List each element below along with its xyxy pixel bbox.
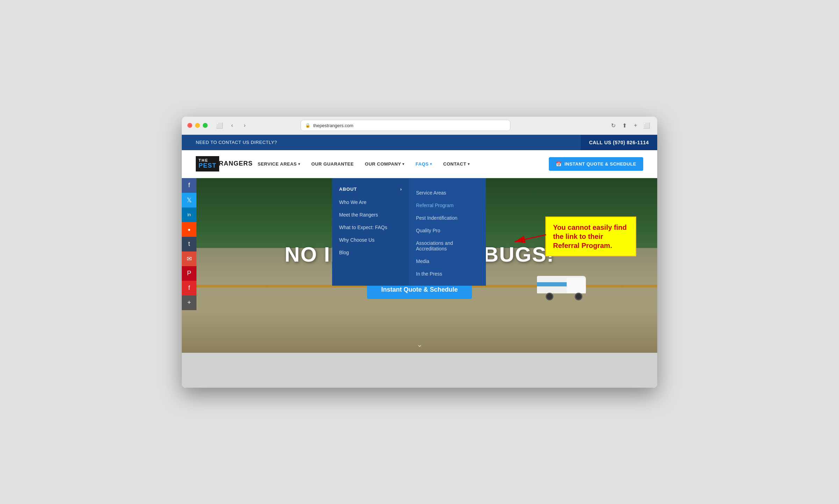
- new-tab-button[interactable]: +: [631, 120, 640, 130]
- dropdown-pest-identification[interactable]: Pest Indentification: [409, 212, 486, 224]
- back-button[interactable]: ‹: [227, 120, 237, 130]
- dropdown-who-we-are[interactable]: Who We Are: [332, 196, 409, 209]
- chevron-down-icon: ▾: [430, 162, 432, 166]
- linkedin-icon[interactable]: in: [182, 207, 196, 222]
- dropdown-header-label: ABOUT: [339, 187, 357, 192]
- dropdown-menu: ABOUT › Who We Are Meet the Rangers What…: [332, 178, 486, 286]
- share-icon[interactable]: +: [182, 295, 196, 310]
- dropdown-why-choose-us[interactable]: Why Choose Us: [332, 234, 409, 246]
- chevron-down-icon: ▾: [402, 162, 404, 166]
- share-browser-button[interactable]: ⬆: [619, 120, 629, 130]
- chevron-down-icon: ▾: [468, 162, 470, 166]
- contact-prompt: NEED TO CONTACT US DIRECTLY?: [196, 140, 277, 145]
- dropdown-in-the-press[interactable]: In the Press: [409, 268, 486, 280]
- phone-number[interactable]: CALL US (570) 826-1114: [581, 135, 657, 150]
- annotation-text: You cannot easily find the link to their…: [553, 223, 629, 250]
- website-content: NEED TO CONTACT US DIRECTLY? CALL US (57…: [182, 135, 657, 388]
- dropdown-what-to-expect[interactable]: What to Expect: FAQs: [332, 221, 409, 234]
- logo-pest: PEST: [199, 162, 216, 169]
- main-nav: THE PEST RANGERS SERVICE AREAS ▾ OUR GUA…: [182, 150, 657, 178]
- dropdown-referral-program[interactable]: Referral Program: [409, 199, 486, 212]
- logo-rangers: RANGERS: [219, 160, 253, 167]
- reload-button[interactable]: ↻: [608, 120, 618, 130]
- nav-contact[interactable]: CONTACT ▾: [438, 150, 475, 178]
- nav-service-areas[interactable]: SERVICE AREAS ▾: [253, 150, 305, 178]
- nav-faqs[interactable]: FAQS ▾: [411, 150, 437, 178]
- tab-overview-button[interactable]: ⬜: [642, 120, 652, 130]
- hero-truck: [537, 276, 586, 300]
- pinterest-icon[interactable]: P: [182, 266, 196, 281]
- nav-our-guarantee[interactable]: OUR GUARANTEE: [307, 150, 359, 178]
- chevron-right-icon: ›: [400, 187, 402, 192]
- truck-cab: [567, 278, 586, 293]
- bottom-section: [182, 353, 657, 388]
- security-icon: 🔒: [305, 123, 310, 128]
- calendar-icon: 📅: [556, 161, 562, 167]
- browser-controls: ⬜ ‹ ›: [215, 120, 250, 130]
- maximize-button[interactable]: [203, 123, 208, 128]
- minimize-button[interactable]: [195, 123, 200, 128]
- dropdown-blog[interactable]: Blog: [332, 246, 409, 259]
- logo-rangers-wrapper: RANGERS: [219, 160, 253, 167]
- browser-titlebar: ⬜ ‹ › 🔒 thepestrangers.com ↻ ⬆ + ⬜: [182, 117, 657, 135]
- dropdown-quality-pro[interactable]: Quality Pro: [409, 224, 486, 237]
- forward-button[interactable]: ›: [240, 120, 250, 130]
- dropdown-contact-panel: Service Areas Referral Program Pest Inde…: [409, 178, 486, 286]
- truck-wheel-rear: [546, 293, 553, 300]
- close-button[interactable]: [187, 123, 192, 128]
- instant-quote-button[interactable]: 📅 INSTANT QUOTE & SCHEDULE: [549, 157, 643, 171]
- cta-label: INSTANT QUOTE & SCHEDULE: [565, 161, 636, 167]
- url-text: thepestrangers.com: [313, 123, 353, 128]
- dropdown-associations[interactable]: Associations and Accreditations: [409, 237, 486, 255]
- truck-stripe: [537, 282, 567, 286]
- facebook-icon[interactable]: f: [182, 178, 196, 193]
- browser-window: ⬜ ‹ › 🔒 thepestrangers.com ↻ ⬆ + ⬜ NEED …: [182, 117, 657, 388]
- top-bar: NEED TO CONTACT US DIRECTLY? CALL US (57…: [182, 135, 657, 150]
- twitter-icon[interactable]: 𝕏: [182, 193, 196, 207]
- browser-actions: ↻ ⬆ + ⬜: [608, 120, 652, 130]
- site-logo[interactable]: THE PEST RANGERS: [196, 156, 253, 171]
- dropdown-meet-rangers[interactable]: Meet the Rangers: [332, 209, 409, 221]
- annotation-box: You cannot easily find the link to their…: [545, 217, 636, 256]
- sidebar-toggle-button[interactable]: ⬜: [215, 120, 224, 130]
- chevron-down-icon: ▾: [298, 162, 300, 166]
- nav-our-company[interactable]: OUR COMPANY ▾: [360, 150, 409, 178]
- email-icon[interactable]: ✉: [182, 251, 196, 266]
- dropdown-about-panel: ABOUT › Who We Are Meet the Rangers What…: [332, 178, 409, 286]
- dropdown-service-areas[interactable]: Service Areas: [409, 187, 486, 199]
- dropdown-about-header: ABOUT ›: [332, 184, 409, 196]
- tumblr-icon[interactable]: t: [182, 237, 196, 251]
- truck-wheel-front: [575, 293, 582, 300]
- flipboard-icon[interactable]: f: [182, 281, 196, 295]
- svg-line-1: [515, 235, 546, 242]
- address-bar[interactable]: 🔒 thepestrangers.com: [301, 120, 510, 131]
- traffic-lights: [187, 123, 208, 128]
- logo-box: THE PEST: [196, 156, 219, 171]
- scroll-indicator: ⌄: [417, 340, 423, 349]
- dropdown-media[interactable]: Media: [409, 255, 486, 268]
- social-sidebar: f 𝕏 in ● t ✉ P f +: [182, 178, 196, 310]
- reddit-icon[interactable]: ●: [182, 222, 196, 237]
- annotation-arrow: [511, 224, 550, 245]
- nav-links: SERVICE AREAS ▾ OUR GUARANTEE OUR COMPAN…: [253, 150, 549, 178]
